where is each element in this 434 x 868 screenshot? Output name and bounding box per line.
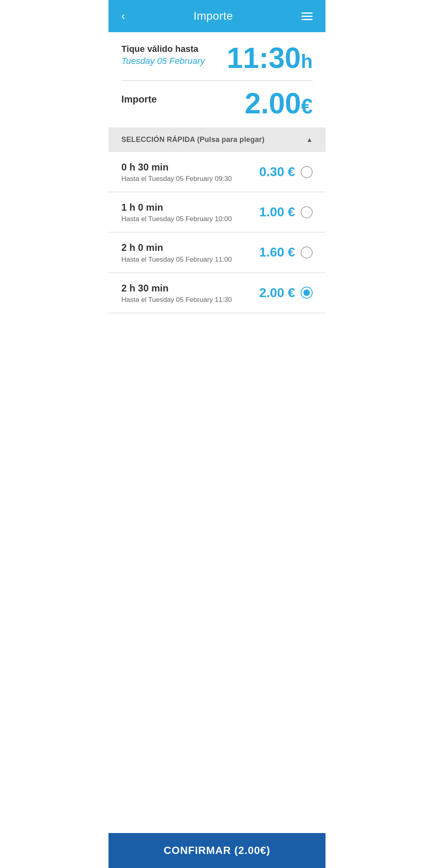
- option-item-1[interactable]: 1 h 0 min Hasta el Tuesday 05 February 1…: [108, 192, 326, 232]
- option-info-3: 2 h 30 min Hasta el Tuesday 05 February …: [121, 282, 259, 304]
- option-price-3: 2.00 €: [259, 285, 295, 300]
- option-radio-2[interactable]: [301, 246, 313, 259]
- option-duration-3: 2 h 30 min: [121, 282, 259, 294]
- time-suffix: h: [301, 51, 313, 72]
- option-until-3: Hasta el Tuesday 05 February 11:30: [121, 296, 259, 304]
- options-list: 0 h 30 min Hasta el Tuesday 05 February …: [108, 152, 326, 573]
- validity-section: Tique válido hasta Tuesday 05 February 1…: [108, 32, 326, 80]
- option-price-2: 1.60 €: [259, 245, 295, 260]
- validity-time-display: 11:30h: [227, 43, 313, 72]
- app-header: ‹ Importe: [108, 0, 326, 32]
- importe-number: 2.00: [245, 87, 301, 119]
- quick-select-header[interactable]: SELECCIÓN RÁPIDA (Pulsa para plegar) ▲: [108, 127, 326, 152]
- option-duration-0: 0 h 30 min: [121, 161, 259, 173]
- validity-time-value: 11:30h: [227, 42, 313, 74]
- option-price-area-3: 2.00 €: [259, 285, 313, 300]
- collapse-icon: ▲: [306, 136, 313, 144]
- importe-currency: €: [301, 94, 313, 118]
- option-until-1: Hasta el Tuesday 05 February 10:00: [121, 215, 259, 223]
- content-spacer: [108, 573, 326, 833]
- validity-label: Tique válido hasta: [121, 43, 205, 55]
- header-title: Importe: [193, 10, 233, 23]
- option-price-1: 1.00 €: [259, 205, 295, 220]
- option-radio-3[interactable]: [301, 287, 313, 299]
- option-item-2[interactable]: 2 h 0 min Hasta el Tuesday 05 February 1…: [108, 232, 326, 273]
- option-radio-1[interactable]: [301, 206, 313, 218]
- importe-section: Importe 2.00€: [108, 81, 326, 127]
- validity-text-block: Tique válido hasta Tuesday 05 February: [121, 43, 205, 67]
- importe-value: 2.00€: [245, 89, 313, 118]
- option-item-0[interactable]: 0 h 30 min Hasta el Tuesday 05 February …: [108, 152, 326, 192]
- option-price-0: 0.30 €: [259, 164, 295, 179]
- option-item-3[interactable]: 2 h 30 min Hasta el Tuesday 05 February …: [108, 273, 326, 313]
- option-price-area-1: 1.00 €: [259, 205, 313, 220]
- option-info-0: 0 h 30 min Hasta el Tuesday 05 February …: [121, 161, 259, 183]
- quick-select-title: SELECCIÓN RÁPIDA (Pulsa para plegar): [121, 135, 264, 144]
- back-button[interactable]: ‹: [118, 7, 128, 25]
- option-until-2: Hasta el Tuesday 05 February 11:00: [121, 256, 259, 264]
- option-duration-2: 2 h 0 min: [121, 241, 259, 254]
- menu-icon-line2: [301, 16, 313, 17]
- option-until-0: Hasta el Tuesday 05 February 09:30: [121, 175, 259, 183]
- option-price-area-2: 1.60 €: [259, 245, 313, 260]
- menu-button[interactable]: [298, 9, 316, 23]
- option-radio-0[interactable]: [301, 166, 313, 178]
- option-info-1: 1 h 0 min Hasta el Tuesday 05 February 1…: [121, 201, 259, 223]
- time-digits: 11:30: [227, 42, 301, 74]
- confirm-button[interactable]: CONFIRMAR (2.00€): [108, 833, 326, 868]
- option-info-2: 2 h 0 min Hasta el Tuesday 05 February 1…: [121, 241, 259, 263]
- importe-label: Importe: [121, 89, 157, 105]
- menu-icon-line1: [301, 12, 313, 14]
- menu-icon-line3: [301, 19, 313, 20]
- option-duration-1: 1 h 0 min: [121, 201, 259, 213]
- option-price-area-0: 0.30 €: [259, 164, 313, 179]
- validity-date: Tuesday 05 February: [121, 55, 205, 68]
